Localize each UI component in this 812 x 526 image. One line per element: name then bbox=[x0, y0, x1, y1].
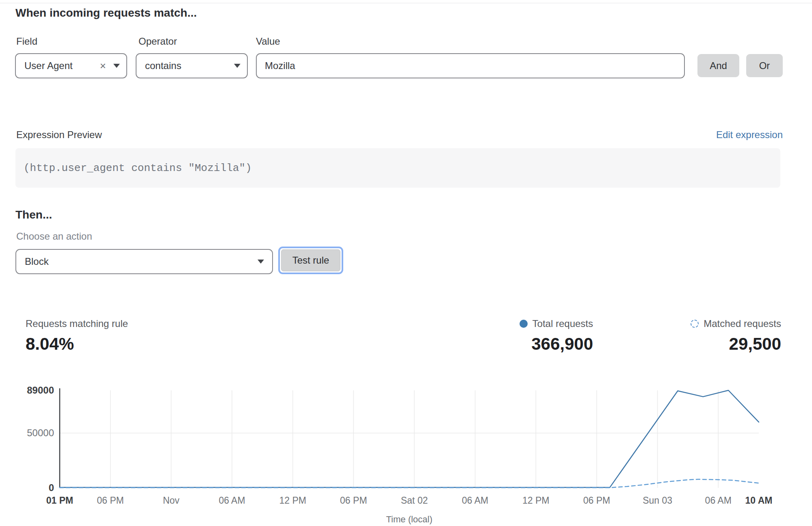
svg-text:06 PM: 06 PM bbox=[340, 495, 367, 506]
value-label: Value bbox=[256, 36, 280, 47]
svg-text:10 AM: 10 AM bbox=[745, 495, 773, 506]
total-requests-stat: Total requests 366,900 bbox=[467, 318, 593, 354]
action-select-value: Block bbox=[25, 256, 258, 267]
then-heading: Then... bbox=[15, 208, 52, 221]
svg-text:Sun 03: Sun 03 bbox=[643, 495, 672, 506]
svg-text:06 PM: 06 PM bbox=[583, 495, 610, 506]
field-label: Field bbox=[16, 36, 37, 47]
matched-requests-stat: Matched requests 29,500 bbox=[650, 318, 781, 354]
stat-value: 366,900 bbox=[467, 334, 593, 354]
requests-matching-stat: Requests matching rule 8.04% bbox=[26, 318, 128, 354]
operator-select[interactable]: contains bbox=[136, 53, 248, 78]
field-select[interactable]: User Agent × bbox=[15, 53, 127, 78]
stat-value: 29,500 bbox=[650, 334, 781, 354]
and-button[interactable]: And bbox=[697, 54, 739, 77]
requests-line-chart: 0500008900001 PM06 PMNov06 AM12 PM06 PMS… bbox=[0, 380, 812, 526]
svg-text:06 PM: 06 PM bbox=[97, 495, 123, 506]
action-select[interactable]: Block bbox=[15, 249, 273, 274]
stat-value: 8.04% bbox=[26, 334, 128, 354]
top-divider bbox=[0, 3, 812, 3]
operator-label: Operator bbox=[139, 36, 177, 47]
expression-preview-label: Expression Preview bbox=[16, 129, 102, 141]
svg-text:Nov: Nov bbox=[163, 495, 180, 506]
svg-text:89000: 89000 bbox=[27, 385, 54, 396]
svg-text:50000: 50000 bbox=[27, 427, 54, 438]
stat-label: Requests matching rule bbox=[26, 318, 128, 329]
value-input[interactable] bbox=[256, 53, 685, 78]
edit-expression-link[interactable]: Edit expression bbox=[716, 129, 783, 141]
stat-label: Matched requests bbox=[704, 318, 781, 329]
svg-text:01 PM: 01 PM bbox=[46, 495, 73, 506]
firewall-rule-builder: When incoming requests match... Field Op… bbox=[0, 0, 812, 526]
choose-action-label: Choose an action bbox=[16, 231, 92, 242]
operator-select-value: contains bbox=[145, 60, 234, 71]
chevron-down-icon[interactable] bbox=[258, 260, 264, 264]
test-rule-focus-ring: Test rule bbox=[278, 247, 343, 274]
page-title: When incoming requests match... bbox=[15, 6, 197, 19]
matched-requests-dashed-circle-icon bbox=[691, 320, 699, 328]
svg-text:06 AM: 06 AM bbox=[462, 495, 488, 506]
expression-preview-box: (http.user_agent contains "Mozilla") bbox=[15, 148, 780, 188]
svg-text:Sat 02: Sat 02 bbox=[401, 495, 428, 506]
total-requests-dot-icon bbox=[520, 320, 528, 328]
chevron-down-icon[interactable] bbox=[113, 64, 120, 68]
svg-text:06 AM: 06 AM bbox=[219, 495, 245, 506]
svg-text:Time (local): Time (local) bbox=[386, 514, 432, 524]
svg-text:12 PM: 12 PM bbox=[522, 495, 549, 506]
expression-code: (http.user_agent contains "Mozilla") bbox=[24, 162, 252, 174]
test-rule-button[interactable]: Test rule bbox=[281, 249, 340, 271]
field-select-value: User Agent bbox=[24, 60, 100, 71]
chevron-down-icon[interactable] bbox=[234, 64, 240, 68]
or-button[interactable]: Or bbox=[746, 54, 783, 77]
svg-text:0: 0 bbox=[49, 482, 54, 493]
clear-icon[interactable]: × bbox=[100, 61, 106, 71]
svg-text:12 PM: 12 PM bbox=[279, 495, 306, 506]
svg-text:06 AM: 06 AM bbox=[705, 495, 732, 506]
stat-label: Total requests bbox=[533, 318, 593, 329]
